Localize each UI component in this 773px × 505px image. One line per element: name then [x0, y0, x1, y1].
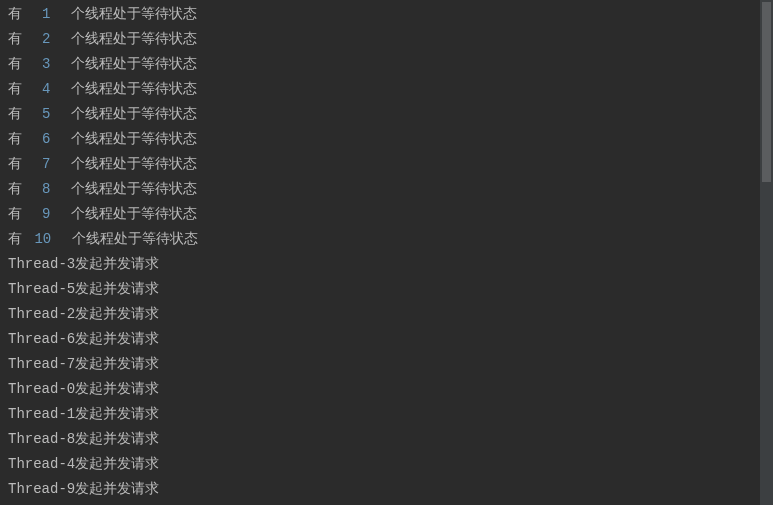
line-number: 5 — [34, 102, 50, 127]
scrollbar-thumb[interactable] — [762, 2, 771, 182]
line-prefix: 有 — [8, 27, 30, 52]
console-line: 有 5 个线程处于等待状态 — [8, 102, 760, 127]
console-line: Thread-3发起并发请求 — [8, 252, 760, 277]
console-line: Thread-0发起并发请求 — [8, 377, 760, 402]
line-prefix: 有 — [8, 202, 30, 227]
line-suffix: 个线程处于等待状态 — [54, 102, 197, 127]
line-prefix: 有 — [8, 52, 30, 77]
line-prefix: 有 — [8, 102, 30, 127]
line-suffix: 个线程处于等待状态 — [54, 2, 197, 27]
console-line: Thread-5发起并发请求 — [8, 277, 760, 302]
console-output: 有 1 个线程处于等待状态 有 2 个线程处于等待状态 有 3 个线程处于等待状… — [0, 2, 760, 502]
line-prefix: 有 — [8, 227, 30, 252]
line-suffix: 个线程处于等待状态 — [54, 177, 197, 202]
vertical-scrollbar[interactable] — [760, 0, 773, 505]
console-line: 有 7 个线程处于等待状态 — [8, 152, 760, 177]
console-line: Thread-4发起并发请求 — [8, 452, 760, 477]
line-number: 8 — [34, 177, 50, 202]
console-line: 有 1 个线程处于等待状态 — [8, 2, 760, 27]
console-line: 有 9 个线程处于等待状态 — [8, 202, 760, 227]
line-prefix: 有 — [8, 127, 30, 152]
line-prefix: 有 — [8, 177, 30, 202]
console-line: 有 2 个线程处于等待状态 — [8, 27, 760, 52]
console-line: Thread-7发起并发请求 — [8, 352, 760, 377]
line-suffix: 个线程处于等待状态 — [54, 127, 197, 152]
console-line: Thread-2发起并发请求 — [8, 302, 760, 327]
line-suffix: 个线程处于等待状态 — [54, 202, 197, 227]
console-line: Thread-9发起并发请求 — [8, 477, 760, 502]
console-line: 有 4 个线程处于等待状态 — [8, 77, 760, 102]
line-suffix: 个线程处于等待状态 — [54, 52, 197, 77]
line-prefix: 有 — [8, 2, 30, 27]
line-suffix: 个线程处于等待状态 — [54, 27, 197, 52]
line-number: 3 — [34, 52, 50, 77]
console-line: 有 6 个线程处于等待状态 — [8, 127, 760, 152]
line-number: 1 — [34, 2, 50, 27]
line-suffix: 个线程处于等待状态 — [55, 227, 198, 252]
console-line: Thread-1发起并发请求 — [8, 402, 760, 427]
line-prefix: 有 — [8, 152, 30, 177]
console-line: 有 3 个线程处于等待状态 — [8, 52, 760, 77]
line-prefix: 有 — [8, 77, 30, 102]
console-line: Thread-6发起并发请求 — [8, 327, 760, 352]
line-suffix: 个线程处于等待状态 — [54, 77, 197, 102]
line-suffix: 个线程处于等待状态 — [54, 152, 197, 177]
line-number: 9 — [34, 202, 50, 227]
line-number: 6 — [34, 127, 50, 152]
console-line: 有 10 个线程处于等待状态 — [8, 227, 760, 252]
line-number: 10 — [34, 227, 51, 252]
console-line: 有 8 个线程处于等待状态 — [8, 177, 760, 202]
line-number: 4 — [34, 77, 50, 102]
line-number: 2 — [34, 27, 50, 52]
console-line: Thread-8发起并发请求 — [8, 427, 760, 452]
line-number: 7 — [34, 152, 50, 177]
